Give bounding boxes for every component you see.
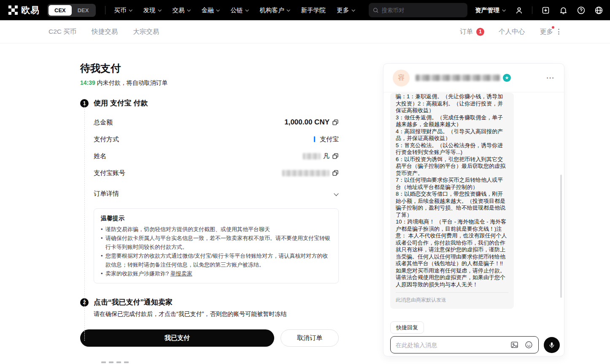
voice-message-button[interactable] xyxy=(544,337,560,353)
order-panel: 待我支付 14:39 内未付款，将自动取消订单 1 使用 支付宝 付款 总金额 … xyxy=(80,62,339,347)
top-navbar: 欧易 CEX DEX 买币 发现 交易 金融 公链 机构客户 新手学院 更多 资… xyxy=(0,0,610,20)
verified-badge-icon: ★ xyxy=(503,74,511,82)
message-footer-note: 此消息由商家默认发送 xyxy=(396,292,508,304)
payment-method-value: 支付宝 xyxy=(320,135,339,143)
step-2-note: 请在确保已完成付款后，才点击“我已支付”，否则您的账号可能被暂时冻结 xyxy=(94,310,339,318)
amount-row: 总金额 1,000.00 CNY xyxy=(94,114,339,131)
chevron-down-icon xyxy=(334,191,338,196)
chevron-down-icon xyxy=(287,8,290,11)
order-details-toggle[interactable]: 订单详情 xyxy=(94,185,339,202)
notifications-bell-icon[interactable] xyxy=(559,5,568,15)
top-menu: 买币 发现 交易 金融 公链 机构客户 新手学院 更多 xyxy=(114,6,354,14)
orders-count-badge: 1 xyxy=(476,28,484,36)
divider xyxy=(105,6,105,14)
help-icon[interactable] xyxy=(576,5,586,15)
menu-more[interactable]: 更多 xyxy=(337,6,354,14)
chevron-down-icon xyxy=(187,8,191,11)
menu-finance[interactable]: 金融 xyxy=(201,6,219,14)
cex-dex-toggle: CEX DEX xyxy=(47,4,96,17)
page-title: 待我支付 xyxy=(80,62,339,75)
step-1-title: 使用 支付宝 付款 xyxy=(94,98,148,108)
chevron-down-icon xyxy=(216,8,220,11)
copy-amount-icon[interactable] xyxy=(332,119,339,126)
chat-panel: 容 ★ ··· 骗：1：兼职返佣。（先让你赚小钱，诱导加大投资）2：高额返利。（… xyxy=(383,63,564,356)
countdown-timer: 14:39 xyxy=(80,79,95,86)
top-icons xyxy=(514,5,603,15)
alipay-account-row: 支付宝账号 xyxy=(94,164,339,181)
pair-search-box[interactable] xyxy=(369,3,467,17)
sub-navbar: C2C 买币 快捷交易 大宗交易 订单 1 个人中心 更多 xyxy=(0,20,610,43)
notice-item: 谨防交易诈骗，切勿轻信对方提供的支付截图、或使用其他平台聊天 xyxy=(101,225,332,234)
step-1-header: 1 使用 支付宝 付款 xyxy=(80,98,339,108)
language-globe-icon[interactable] xyxy=(594,5,603,15)
chat-scrollbar[interactable] xyxy=(560,175,562,298)
download-app-icon[interactable] xyxy=(541,5,550,15)
assets-menu[interactable]: 资产管理 xyxy=(475,6,505,14)
menu-institutional[interactable]: 机构客户 xyxy=(259,6,289,14)
tab-block-trade[interactable]: 大宗交易 xyxy=(133,27,159,36)
step-2-title: 点击“我已支付”通知卖家 xyxy=(94,297,173,307)
brand-name: 欧易 xyxy=(21,4,40,16)
notice-item: 请确保付款卡所属人与平台实名信息一致，若不一致卖家有权不放币。请不要使用支付宝转… xyxy=(101,234,332,251)
payment-method-row: 支付方式 支付宝 xyxy=(94,131,339,148)
okx-logo-icon xyxy=(8,5,18,15)
toggle-cex[interactable]: CEX xyxy=(49,5,72,16)
quick-reply-button[interactable]: 快捷回复 xyxy=(390,321,424,334)
divider xyxy=(532,6,532,14)
notification-dot xyxy=(552,26,554,29)
countdown-note: 内未付款，将自动取消订单 xyxy=(95,79,168,86)
chat-input-box[interactable] xyxy=(390,336,539,353)
notice-item: 卖家的收款账户涉嫌欺诈? 举报卖家 xyxy=(101,269,332,278)
countdown-line: 14:39 内未付款，将自动取消订单 xyxy=(80,79,339,87)
cancel-order-button[interactable]: 取消订单 xyxy=(281,329,339,347)
notice-title: 温馨提示 xyxy=(101,215,332,222)
amount-value: 1,000.00 CNY xyxy=(284,118,329,127)
emoji-icon[interactable] xyxy=(524,340,533,350)
payee-name-row: 姓名 凡 xyxy=(94,148,339,164)
menu-chain[interactable]: 公链 xyxy=(230,6,248,14)
chat-header: 容 ★ ··· xyxy=(383,64,564,92)
notice-box: 温馨提示 谨防交易诈骗，切勿轻信对方提供的支付截图、或使用其他平台聊天 请确保付… xyxy=(94,208,339,283)
profile-center-link[interactable]: 个人中心 xyxy=(499,27,525,36)
menu-discover[interactable]: 发现 xyxy=(143,6,161,14)
menu-buy-crypto[interactable]: 买币 xyxy=(114,6,132,14)
redacted-account xyxy=(282,170,329,176)
kebab-menu-icon[interactable] xyxy=(557,28,560,35)
okx-brand[interactable]: 欧易 xyxy=(8,4,40,16)
chat-messages[interactable]: 骗：1：兼职返佣。（先让你赚小钱，诱导加大投资）2：高额返利。（让你进行投资，并… xyxy=(383,93,564,321)
chat-message-input[interactable] xyxy=(396,342,505,348)
redacted-merchant-name xyxy=(416,75,500,81)
chat-menu-icon[interactable]: ··· xyxy=(547,74,555,81)
copy-name-icon[interactable] xyxy=(332,153,339,159)
search-icon xyxy=(373,7,379,13)
menu-academy[interactable]: 新手学院 xyxy=(301,6,325,14)
attach-image-icon[interactable] xyxy=(510,340,519,350)
tab-express-trade[interactable]: 快捷交易 xyxy=(92,27,118,36)
i-have-paid-button[interactable]: 我已支付 xyxy=(80,329,274,347)
chevron-down-icon xyxy=(352,8,355,11)
alipay-icon xyxy=(314,136,315,142)
merchant-message-text: 骗：1：兼职返佣。（先让你赚小钱，诱导加大投资）2：高额返利。（让你进行投资，并… xyxy=(396,93,508,288)
copy-account-icon[interactable] xyxy=(332,170,339,176)
redacted-name xyxy=(303,153,321,159)
toggle-dex[interactable]: DEX xyxy=(72,5,95,16)
chevron-down-icon xyxy=(129,8,132,11)
merchant-message-bubble: 骗：1：兼职返佣。（先让你赚小钱，诱导加大投资）2：高额返利。（让你进行投资，并… xyxy=(390,93,514,309)
profile-icon[interactable] xyxy=(514,5,524,15)
chat-input-row xyxy=(390,336,560,353)
more-menu[interactable]: 更多 xyxy=(540,27,560,36)
notice-item: 您需要根据对方的收款方式通过微信/支付宝/银行卡等平台转账给对方，请认真核对对方… xyxy=(101,251,332,269)
chevron-down-icon xyxy=(246,8,249,11)
chevron-down-icon xyxy=(502,8,505,11)
step-connector xyxy=(84,105,85,341)
step-2-header: 2 点击“我已支付”通知卖家 xyxy=(80,297,339,307)
search-input[interactable] xyxy=(382,7,463,13)
merchant-avatar: 容 xyxy=(393,70,410,86)
report-seller-link[interactable]: 举报卖家 xyxy=(170,270,192,277)
payment-fields: 总金额 1,000.00 CNY 支付方式 支付宝 姓名 凡 xyxy=(94,114,339,181)
tab-c2c-buy[interactable]: C2C 买币 xyxy=(49,27,76,36)
action-buttons: 我已支付 取消订单 xyxy=(80,329,339,347)
menu-trade[interactable]: 交易 xyxy=(172,6,190,14)
chevron-down-icon xyxy=(158,8,162,11)
orders-link[interactable]: 订单 1 xyxy=(460,27,484,36)
